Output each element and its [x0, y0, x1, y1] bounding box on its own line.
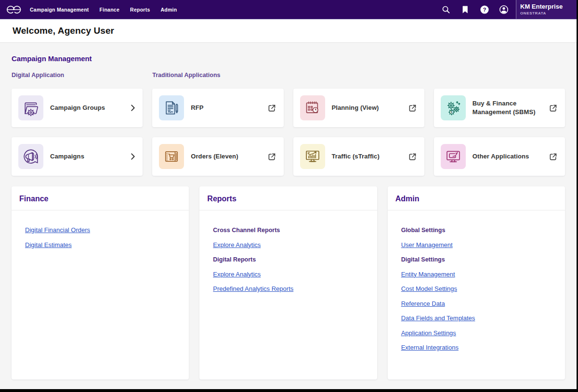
monitor-chart-icon: [300, 144, 325, 169]
mediaocean-logo-icon: [6, 5, 22, 14]
top-nav: Campaign ManagementFinanceReportsAdmin ?…: [0, 0, 577, 19]
group-header: Global Settings: [401, 227, 446, 234]
tenant-name: KM Enterprise: [520, 3, 573, 10]
app-card-rfp[interactable]: RFP: [152, 89, 283, 127]
chevron-right-icon: [131, 105, 135, 111]
panel-link[interactable]: User Management: [401, 241, 453, 248]
column-label-traditional: Traditional Applications: [152, 72, 565, 78]
panel-link[interactable]: Application Settings: [401, 329, 456, 337]
page-title: Welcome, Agency User: [13, 26, 114, 36]
nav-item-label: Reports: [130, 7, 150, 13]
panel-reports: ReportsCross Channel ReportsExplore Anal…: [199, 186, 377, 379]
group-header: Cross Channel Reports: [213, 227, 280, 234]
nav-item-campaign-management[interactable]: Campaign Management: [25, 0, 94, 19]
app-card-label: RFP: [191, 104, 203, 112]
panel-link[interactable]: Digital Estimates: [25, 241, 72, 248]
panel-link[interactable]: Digital Financial Orders: [25, 226, 90, 234]
panel-title: Admin: [395, 195, 420, 203]
app-card-label: Campaigns: [50, 152, 84, 161]
app-card-label: Other Applications: [473, 152, 529, 161]
svg-text:?: ?: [483, 7, 486, 13]
external-link-icon: [408, 153, 417, 161]
app-card-label: Orders (Eleven): [191, 152, 238, 161]
app-card-buy-finance-sbms[interactable]: $ Buy & Finance Management (SBMS): [434, 89, 565, 127]
search-button[interactable]: [436, 0, 456, 19]
cart-store-icon: [159, 144, 184, 169]
app-card-campaigns[interactable]: Campaigns: [12, 137, 143, 176]
account-icon: [499, 5, 509, 14]
external-link-icon: [549, 104, 557, 112]
group-header: Digital Reports: [213, 256, 256, 263]
nav-menu: Campaign ManagementFinanceReportsAdmin: [25, 0, 182, 19]
panel-body: Digital Financial OrdersDigital Estimate…: [12, 210, 189, 249]
help-icon: ?: [480, 5, 489, 14]
app-screen: Campaign ManagementFinanceReportsAdmin ?…: [0, 0, 577, 389]
panel-link[interactable]: Predefined Analytics Reports: [213, 285, 293, 292]
cards-grid: Digital ApplicationTraditional Applicati…: [12, 72, 565, 176]
mediaocean-logo[interactable]: [0, 0, 25, 19]
chevron-right-icon: [131, 153, 135, 160]
app-card-label: Traffic (sTraffic): [332, 152, 380, 161]
document-pen-icon: [159, 95, 184, 120]
panel-admin: AdminGlobal SettingsUser ManagementDigit…: [388, 186, 565, 379]
panel-header: Finance: [12, 186, 189, 210]
content: Campaign Management Digital ApplicationT…: [0, 43, 577, 379]
calendar-clock-icon: [300, 95, 325, 120]
tenant-product: ONESTRATA: [520, 11, 573, 15]
panel-title: Finance: [19, 195, 48, 203]
panel-link[interactable]: Reference Data: [401, 300, 445, 307]
megaphone-bubble-icon: [18, 144, 43, 169]
external-link-icon: [408, 104, 417, 112]
group-header: Digital Settings: [401, 256, 445, 263]
panel-title: Reports: [207, 195, 236, 203]
nav-item-finance[interactable]: Finance: [94, 0, 125, 19]
panel-link[interactable]: Entity Management: [401, 271, 455, 278]
panel-link[interactable]: Explore Analytics: [213, 271, 261, 278]
folders-gear-icon: [18, 95, 43, 120]
panel-header: Admin: [388, 186, 565, 210]
account-button[interactable]: [494, 0, 513, 19]
nav-item-admin[interactable]: Admin: [155, 0, 182, 19]
svg-text:$: $: [451, 110, 453, 114]
external-link-icon: [268, 153, 276, 161]
section-title: Campaign Management: [12, 54, 565, 63]
app-card-orders-eleven[interactable]: Orders (Eleven): [152, 137, 283, 176]
app-card-campaign-groups[interactable]: Campaign Groups: [12, 89, 143, 127]
app-card-other-applications[interactable]: Other Applications: [434, 137, 565, 176]
nav-item-reports[interactable]: Reports: [125, 0, 155, 19]
tenant-switcher[interactable]: KM Enterprise ONESTRATA: [516, 0, 577, 19]
bookmark-button[interactable]: [456, 0, 475, 19]
nav-spacer: [182, 0, 436, 19]
nav-item-label: Admin: [160, 7, 177, 13]
panel-header: Reports: [199, 186, 377, 210]
external-link-icon: [549, 153, 557, 161]
app-card-planning-view[interactable]: Planning (View): [293, 89, 424, 127]
column-label-digital: Digital Application: [12, 72, 143, 78]
panel-link[interactable]: Explore Analytics: [213, 241, 261, 248]
nav-item-label: Campaign Management: [30, 7, 89, 13]
panel-body: Global SettingsUser ManagementDigital Se…: [388, 210, 565, 352]
app-card-label: Planning (View): [332, 104, 379, 112]
bookmark-icon: [461, 5, 469, 14]
gears-dollar-icon: $: [441, 95, 466, 120]
nav-icons: ?: [436, 0, 513, 19]
help-button[interactable]: ?: [475, 0, 494, 19]
panel-finance: FinanceDigital Financial OrdersDigital E…: [12, 186, 189, 379]
app-card-label: Buy & Finance Management (SBMS): [473, 99, 549, 117]
external-link-icon: [268, 104, 276, 112]
monitor-share-icon: [441, 144, 466, 169]
welcome-band: Welcome, Agency User: [0, 19, 577, 43]
nav-item-label: Finance: [100, 7, 119, 13]
panel-body: Cross Channel ReportsExplore AnalyticsDi…: [199, 210, 377, 293]
app-card-label: Campaign Groups: [50, 104, 105, 112]
panel-link[interactable]: Cost Model Settings: [401, 285, 457, 292]
app-card-traffic-straffic[interactable]: Traffic (sTraffic): [293, 137, 424, 176]
panel-link[interactable]: External Integrations: [401, 344, 459, 351]
search-icon: [442, 5, 450, 14]
panel-link[interactable]: Data Fields and Templates: [401, 314, 475, 322]
panels: FinanceDigital Financial OrdersDigital E…: [12, 186, 565, 379]
